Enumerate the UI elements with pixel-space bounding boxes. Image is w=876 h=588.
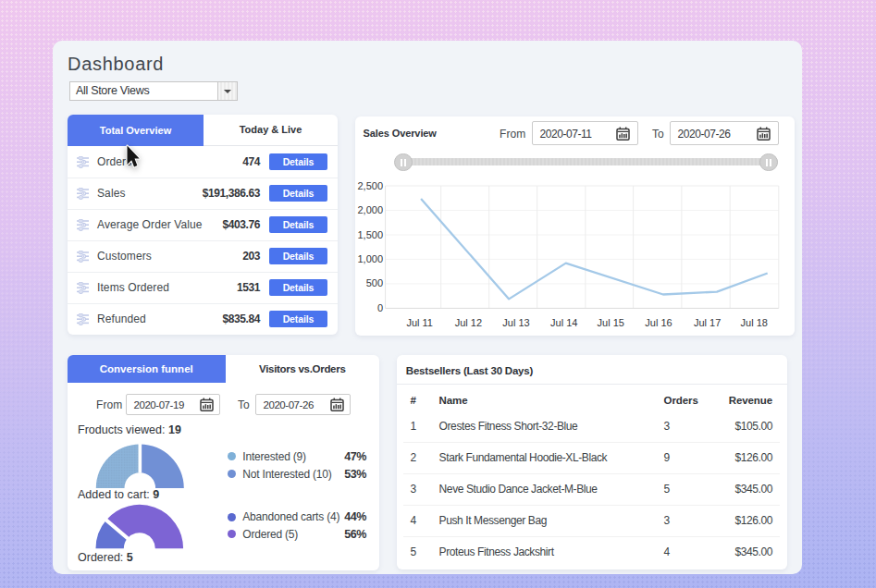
svg-text:2,000: 2,000 — [357, 204, 383, 215]
svg-text:2,500: 2,500 — [357, 180, 383, 191]
svg-text:1,000: 1,000 — [357, 253, 383, 264]
svg-text:Jul 13: Jul 13 — [502, 317, 529, 328]
svg-text:Jul 14: Jul 14 — [550, 317, 577, 328]
svg-text:Jul 15: Jul 15 — [598, 317, 624, 328]
svg-text:Jul 11: Jul 11 — [406, 317, 433, 328]
svg-text:0: 0 — [377, 302, 383, 313]
svg-text:Jul 12: Jul 12 — [455, 317, 482, 328]
svg-text:500: 500 — [366, 277, 383, 288]
svg-text:Jul 17: Jul 17 — [694, 317, 721, 328]
svg-text:Jul 18: Jul 18 — [741, 317, 768, 328]
svg-text:Jul 16: Jul 16 — [645, 317, 672, 328]
svg-text:1,500: 1,500 — [357, 229, 383, 240]
